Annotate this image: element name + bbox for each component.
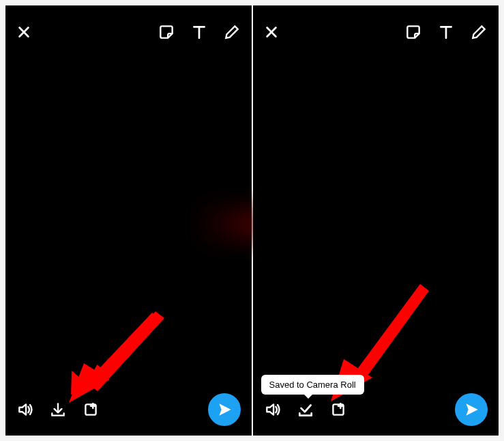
send-icon (462, 401, 480, 418)
speaker-icon (264, 401, 282, 418)
check-download-icon (297, 401, 314, 418)
bottom-toolbar (5, 390, 252, 429)
svg-marker-23 (466, 403, 477, 415)
bottom-toolbar (253, 390, 499, 429)
text-tool-button[interactable] (437, 23, 455, 41)
audio-button[interactable] (264, 401, 282, 418)
send-button[interactable] (455, 393, 488, 426)
svg-marker-5 (87, 311, 164, 391)
close-button[interactable] (16, 25, 31, 40)
close-icon (16, 25, 31, 40)
close-button[interactable] (264, 25, 279, 40)
svg-marker-19 (267, 404, 273, 414)
bottom-left-actions (16, 401, 100, 418)
edit-tools (404, 23, 488, 41)
close-icon (264, 25, 279, 40)
saved-button[interactable] (297, 401, 314, 418)
add-story-icon (82, 401, 100, 418)
sticker-icon (404, 23, 422, 41)
save-button[interactable] (49, 401, 67, 418)
screenshot-comparison: Saved to Camera Roll (5, 5, 499, 436)
send-icon (216, 401, 233, 418)
top-toolbar (253, 15, 499, 49)
sticker-button[interactable] (404, 23, 422, 41)
tooltip-text: Saved to Camera Roll (269, 380, 356, 390)
pencil-icon (223, 23, 241, 41)
phone-screen-right: Saved to Camera Roll (253, 5, 499, 436)
svg-marker-12 (219, 403, 231, 415)
speaker-icon (16, 401, 34, 418)
audio-button[interactable] (16, 401, 34, 418)
download-icon (49, 401, 67, 418)
add-story-icon (329, 401, 347, 418)
draw-button[interactable] (223, 23, 241, 41)
svg-marker-17 (349, 284, 429, 388)
text-icon (190, 23, 208, 41)
sticker-button[interactable] (158, 23, 175, 41)
text-tool-button[interactable] (190, 23, 208, 41)
text-icon (437, 23, 455, 41)
edit-tools (158, 23, 241, 41)
bottom-left-actions (264, 401, 347, 418)
phone-screen-left (5, 5, 252, 436)
add-story-button[interactable] (82, 401, 100, 418)
add-story-button[interactable] (329, 401, 347, 418)
draw-button[interactable] (470, 23, 488, 41)
send-button[interactable] (208, 393, 241, 426)
svg-marker-7 (19, 404, 26, 414)
top-toolbar (5, 15, 252, 49)
sticker-icon (158, 23, 175, 41)
pencil-icon (470, 23, 488, 41)
